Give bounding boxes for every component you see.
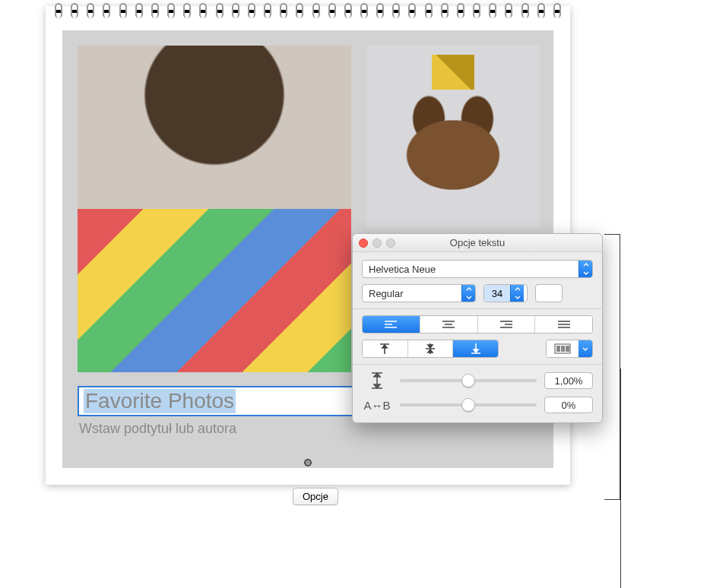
text-color-swatch[interactable] — [535, 284, 563, 302]
chevron-updown-icon — [461, 285, 475, 302]
align-left-button[interactable] — [363, 316, 420, 333]
valign-top-button[interactable] — [363, 340, 408, 357]
columns-icon — [547, 340, 578, 357]
font-size-field[interactable] — [483, 284, 528, 302]
chevron-down-icon — [578, 340, 592, 357]
tracking-slider[interactable] — [400, 397, 537, 413]
close-icon[interactable] — [359, 239, 368, 248]
svg-marker-17 — [428, 345, 433, 348]
svg-marker-22 — [474, 349, 478, 352]
callout-line — [620, 368, 621, 588]
svg-rect-26 — [566, 346, 569, 352]
align-center-button[interactable] — [420, 316, 478, 333]
valign-bottom-button[interactable] — [453, 340, 498, 357]
callout-line — [605, 234, 620, 500]
svg-marker-19 — [428, 349, 433, 352]
font-size-value[interactable] — [484, 285, 510, 302]
options-button[interactable]: Opcje — [293, 488, 338, 505]
vertical-align-segment — [362, 340, 499, 358]
page-resize-handle[interactable] — [304, 459, 312, 466]
tracking-value[interactable]: 0% — [544, 397, 593, 413]
minimize-icon — [372, 239, 382, 248]
font-weight-select[interactable]: Regular — [362, 284, 476, 302]
spiral-binding — [46, 3, 570, 20]
valign-middle-button[interactable] — [408, 340, 454, 357]
align-justify-button[interactable] — [535, 316, 592, 333]
panel-titlebar[interactable]: Opcje tekstu — [353, 234, 602, 252]
svg-rect-24 — [556, 346, 560, 352]
zoom-icon — [386, 239, 395, 248]
photo-slot-left[interactable] — [78, 46, 351, 372]
line-spacing-icon — [362, 372, 392, 389]
text-options-panel: Opcje tekstu Helvetica Neue Regular — [352, 233, 603, 423]
svg-marker-14 — [382, 345, 387, 348]
title-text: Favorite Photos — [84, 389, 236, 413]
columns-control[interactable] — [546, 340, 593, 358]
photo-slot-right[interactable] — [366, 46, 540, 228]
line-spacing-slider[interactable] — [400, 373, 537, 388]
font-weight-value: Regular — [369, 288, 404, 299]
chevron-updown-icon — [578, 261, 592, 277]
subtitle-placeholder[interactable]: Wstaw podtytuł lub autora — [79, 421, 236, 437]
font-family-select[interactable]: Helvetica Neue — [362, 260, 593, 278]
svg-rect-25 — [561, 346, 565, 352]
align-right-button[interactable] — [478, 316, 536, 333]
line-spacing-value[interactable]: 1,00% — [544, 372, 593, 389]
tracking-icon: A↔B — [362, 399, 392, 412]
stepper-icon[interactable] — [510, 285, 524, 302]
font-family-value: Helvetica Neue — [369, 264, 436, 275]
horizontal-align-segment — [362, 315, 593, 334]
